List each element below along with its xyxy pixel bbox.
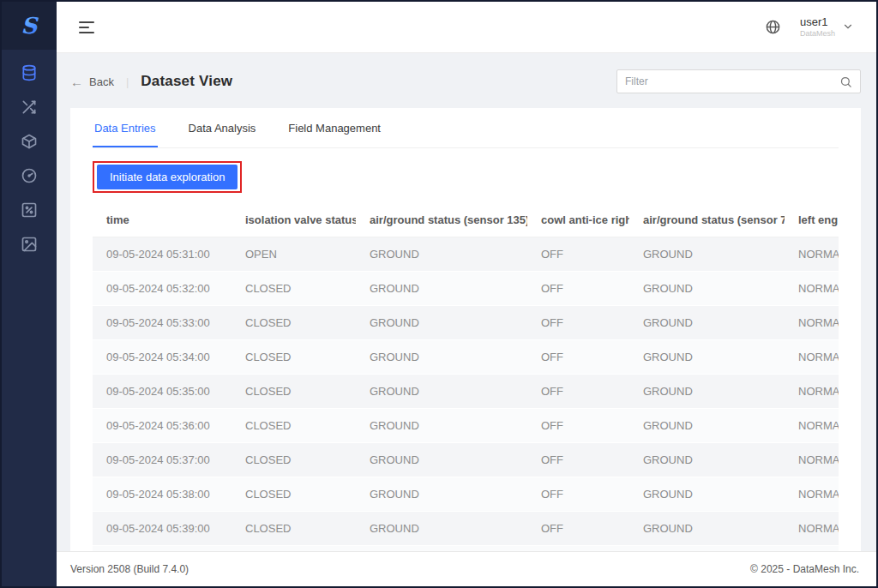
table-cell: GROUND (629, 375, 785, 409)
table-cell: GROUND (629, 477, 785, 512)
data-table: timeisolation valve statusair/ground sta… (93, 203, 839, 551)
table-cell: CLOSED (232, 512, 356, 546)
back-button[interactable]: ← Back (70, 75, 114, 89)
table-cell: CLOSED (232, 477, 356, 512)
table-cell: OFF (527, 409, 629, 443)
button-zone: Initiate data exploration (93, 148, 839, 203)
table-cell: 09-05-2024 05:36:00 (93, 409, 232, 443)
table-body: 09-05-2024 05:31:00OPENGROUNDOFFGROUNDNO… (93, 237, 839, 552)
gauge-icon (21, 167, 38, 184)
column-header: cowl anti-ice right (527, 203, 629, 237)
highlight-annotation-box: Initiate data exploration (93, 161, 242, 193)
table-cell: NORMA (785, 443, 839, 477)
table-cell: CLOSED (232, 443, 356, 477)
sidebar-item-datasets[interactable] (12, 60, 46, 86)
sidebar-nav (12, 60, 46, 257)
app-logo[interactable]: S (2, 2, 57, 50)
sidebar-item-pipelines[interactable] (12, 94, 46, 120)
table-row[interactable]: 09-05-2024 05:38:00CLOSEDGROUNDOFFGROUND… (93, 477, 839, 512)
svg-text:S: S (21, 13, 39, 39)
copyright-text: © 2025 - DataMesh Inc. (750, 563, 859, 575)
table-row[interactable]: 09-05-2024 05:35:00CLOSEDGROUNDOFFGROUND… (93, 375, 839, 409)
page-header: ← Back | Dataset View (70, 67, 861, 96)
table-cell: OFF (527, 512, 629, 546)
topbar: user1 DataMesh (57, 2, 876, 53)
sidebar-item-monitoring[interactable] (12, 163, 46, 189)
table-cell: NORMA (785, 512, 839, 546)
table-cell: 09-05-2024 05:35:00 (93, 375, 232, 409)
sidebar-item-media[interactable] (12, 231, 46, 257)
table-cell: CLOSED (232, 375, 356, 409)
table-cell: GROUND (356, 340, 527, 375)
main-area: user1 DataMesh ← Back | Dataset View (57, 2, 876, 586)
tab-data-entries[interactable]: Data Entries (93, 108, 158, 147)
table-cell: CLOSED (232, 272, 356, 306)
content: ← Back | Dataset View Data Entries (57, 53, 876, 551)
topbar-right: user1 DataMesh (765, 15, 854, 38)
table-row[interactable]: 09-05-2024 05:39:00CLOSEDGROUNDOFFGROUND… (93, 512, 839, 546)
language-globe-icon[interactable] (765, 19, 781, 35)
tab-bar: Data Entries Data Analysis Field Managem… (93, 108, 839, 148)
table-cell: NORMA (785, 409, 839, 443)
table-cell: 09-05-2024 05:34:00 (93, 340, 232, 375)
table-cell: GROUND (356, 375, 527, 409)
table-cell: 09-05-2024 05:32:00 (93, 272, 232, 306)
filter-input[interactable] (625, 75, 839, 87)
table-cell: NORMA (785, 477, 839, 512)
user-menu[interactable]: user1 DataMesh (800, 15, 854, 38)
table-cell: GROUND (356, 477, 527, 512)
app-window: S (0, 0, 878, 588)
menu-toggle-icon[interactable] (79, 21, 94, 33)
table-row[interactable]: 09-05-2024 05:34:00CLOSEDGROUNDOFFGROUND… (93, 340, 839, 375)
table-row[interactable]: 09-05-2024 05:31:00OPENGROUNDOFFGROUNDNO… (93, 237, 839, 272)
image-icon (21, 236, 38, 253)
page-title: Dataset View (141, 73, 232, 90)
table-cell: GROUND (356, 443, 527, 477)
table-cell: GROUND (629, 443, 785, 477)
table-cell: OFF (527, 237, 629, 272)
initiate-data-exploration-button[interactable]: Initiate data exploration (97, 165, 238, 189)
chevron-down-icon (842, 21, 854, 33)
table-cell: GROUND (629, 237, 785, 272)
tab-data-analysis[interactable]: Data Analysis (187, 108, 258, 147)
table-row[interactable]: 09-05-2024 05:32:00CLOSEDGROUNDOFFGROUND… (93, 272, 839, 306)
table-cell: GROUND (629, 306, 785, 340)
search-icon[interactable] (839, 75, 852, 88)
back-arrow-icon: ← (70, 75, 83, 89)
table-cell: NORMA (785, 237, 839, 272)
dataset-card: Data Entries Data Analysis Field Managem… (70, 108, 861, 551)
database-icon (21, 64, 38, 81)
sidebar: S (2, 2, 57, 586)
table-cell: GROUND (356, 272, 527, 306)
table-cell: OFF (527, 306, 629, 340)
table-row[interactable]: 09-05-2024 05:36:00CLOSEDGROUNDOFFGROUND… (93, 409, 839, 443)
table-cell: NORMA (785, 272, 839, 306)
table-cell: GROUND (356, 306, 527, 340)
user-meta: user1 DataMesh (800, 15, 835, 38)
table-header-row: timeisolation valve statusair/ground sta… (93, 203, 839, 237)
username: user1 (800, 15, 828, 29)
table-cell: OFF (527, 272, 629, 306)
percent-icon (21, 201, 38, 219)
table-cell: OFF (527, 477, 629, 512)
sidebar-item-metrics[interactable] (12, 197, 46, 223)
column-header: time (93, 203, 232, 237)
version-text: Version 2508 (Build 7.4.0) (70, 563, 189, 575)
table-cell: GROUND (356, 409, 527, 443)
column-header: air/ground status (sensor 135) (356, 203, 527, 237)
table-cell: GROUND (629, 512, 785, 546)
table-row[interactable]: 09-05-2024 05:33:00CLOSEDGROUNDOFFGROUND… (93, 306, 839, 340)
table-cell: GROUND (356, 512, 527, 546)
cube-icon (21, 133, 38, 150)
sidebar-item-models[interactable] (12, 129, 46, 154)
table-cell: OPEN (232, 237, 356, 272)
column-header: air/ground status (sensor 7) (629, 203, 785, 237)
data-table-container[interactable]: timeisolation valve statusair/ground sta… (93, 203, 839, 551)
table-cell: OFF (527, 443, 629, 477)
logo-icon: S (15, 12, 43, 39)
header-divider: | (126, 75, 129, 88)
table-row[interactable]: 09-05-2024 05:37:00CLOSEDGROUNDOFFGROUND… (93, 443, 839, 477)
back-label: Back (89, 75, 114, 88)
tab-field-management[interactable]: Field Management (286, 108, 382, 147)
table-cell: 09-05-2024 05:31:00 (93, 237, 232, 272)
